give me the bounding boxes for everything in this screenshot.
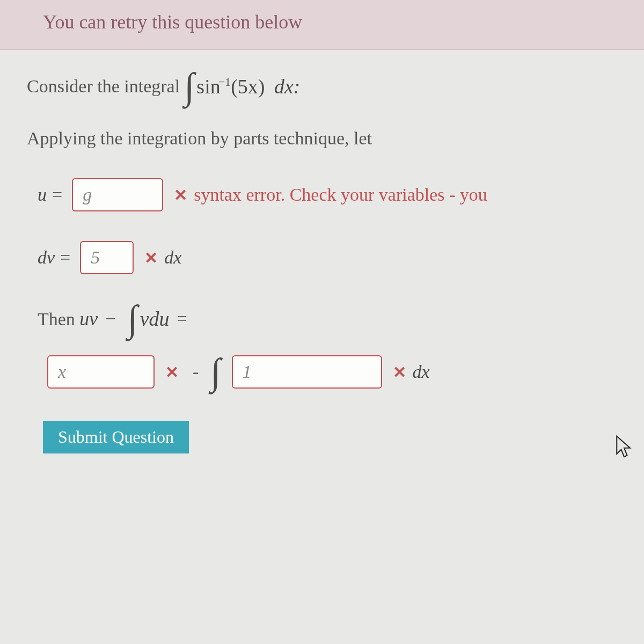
then-text: Then uv [38, 308, 98, 330]
integral-sign-icon: ∫ [184, 71, 194, 101]
cursor-icon [615, 435, 633, 463]
integral-sign-icon: ∫ [128, 304, 138, 334]
minus-sign: − [105, 309, 115, 329]
row-then: Then uv − ∫ vdu = [38, 304, 628, 334]
result-minus: - [193, 362, 199, 382]
integrand-arg: (5x) [231, 75, 265, 98]
u-var: u [38, 185, 47, 205]
u-eq: = [52, 185, 62, 205]
prompt-line-2: Applying the integration by parts techni… [27, 128, 628, 149]
integrand: sin−1(5x) dx: [196, 75, 300, 98]
apply-text: Applying the integration by parts techni… [27, 128, 372, 149]
integral-sign-icon: ∫ [210, 357, 221, 387]
banner-text: You can retry this question below [43, 11, 302, 33]
dv-input[interactable]: 5 [80, 241, 134, 274]
wrong-icon: ✕ [393, 363, 406, 382]
integrand-input[interactable]: 1 [232, 355, 382, 389]
integral-expression: ∫ sin−1(5x) dx: [184, 71, 300, 101]
submit-label: Submit Question [58, 427, 174, 447]
integrand-exp: −1 [218, 75, 231, 89]
row-dv: dv = 5 ✕ dx [38, 241, 628, 274]
result-integral: ∫ [210, 357, 223, 387]
u-error-msg: syntax error. Check your variables - you [194, 185, 487, 205]
uv-input[interactable]: x [47, 355, 155, 389]
vdu-integral: ∫ vdu [128, 304, 170, 334]
wrong-icon: ✕ [165, 363, 179, 382]
then-eq: = [177, 309, 187, 329]
integrand-func: sin [196, 75, 220, 98]
result-dx: dx [413, 362, 430, 382]
vdu-text: vdu [140, 307, 170, 331]
wrong-icon: ✕ [174, 186, 187, 204]
row-u: u = g ✕ syntax error. Check your variabl… [38, 178, 628, 211]
retry-banner: You can retry this question below [0, 0, 644, 50]
u-input[interactable]: g [72, 178, 163, 211]
dv-eq: = [60, 247, 70, 268]
dv-dx: dx [164, 247, 181, 268]
submit-button[interactable]: Submit Question [43, 421, 189, 453]
prompt-line-1: Consider the integral ∫ sin−1(5x) dx: [27, 71, 628, 101]
dv-var: dv [38, 247, 55, 268]
wrong-icon: ✕ [144, 248, 158, 267]
integrand-dx: dx: [274, 75, 301, 98]
row-result: x ✕ - ∫ 1 ✕ dx [43, 355, 628, 389]
consider-text: Consider the integral [27, 76, 180, 97]
question-content: Consider the integral ∫ sin−1(5x) dx: Ap… [0, 50, 644, 470]
